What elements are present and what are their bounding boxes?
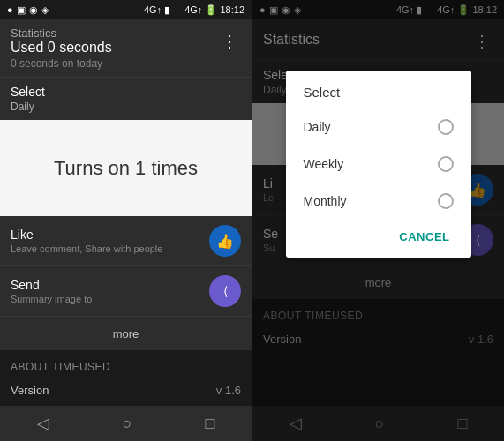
monthly-radio[interactable] bbox=[438, 193, 454, 209]
share-icon: ⟨ bbox=[223, 284, 228, 298]
select-row-left[interactable]: Select Daily bbox=[0, 77, 252, 120]
select-label: Select bbox=[11, 85, 241, 99]
signal-icon: — bbox=[132, 4, 141, 15]
status-icon-2: ▣ bbox=[17, 4, 26, 16]
status-right: — 4G↑ ▮ — 4G↑ 🔋 18:12 bbox=[132, 4, 244, 16]
send-subtitle: Summary image to bbox=[11, 294, 92, 304]
weekly-label: Weekly bbox=[304, 157, 344, 171]
recents-button[interactable]: □ bbox=[206, 415, 215, 433]
dialog-title: Select bbox=[286, 71, 471, 108]
version-row: Version v 1.6 bbox=[11, 380, 241, 400]
dialog-actions: CANCEL bbox=[286, 220, 471, 258]
select-dialog: Select Daily Weekly Monthly CANCEL bbox=[286, 71, 471, 258]
right-screen: ● ▣ ◉ ◈ — 4G↑ ▮ — 4G↑ 🔋 18:12 Statistics… bbox=[252, 0, 504, 441]
like-text: Like Leave comment, Share with people bbox=[11, 228, 162, 254]
app-bar-left: Statistics Used 0 seconds 0 seconds on t… bbox=[0, 19, 252, 77]
left-screen: ● ▣ ◉ ◈ — 4G↑ ▮ — 4G↑ 🔋 18:12 Statistics… bbox=[0, 0, 252, 441]
main-content-left: Turns on 1 times bbox=[0, 120, 252, 216]
daily-radio[interactable] bbox=[438, 119, 454, 135]
time-display: — 4G↑ 🔋 18:12 bbox=[172, 4, 244, 16]
app-bar-sub-text: 0 seconds on today bbox=[11, 57, 112, 70]
battery-icon: ▮ bbox=[164, 4, 169, 16]
about-title: ABOUT TIMEUSED bbox=[11, 361, 241, 373]
daily-label: Daily bbox=[304, 120, 331, 134]
send-icon-button[interactable]: ⟨ bbox=[209, 275, 241, 307]
status-icons-left: ● ▣ ◉ ◈ bbox=[7, 4, 49, 16]
status-icon-3: ◉ bbox=[29, 4, 38, 16]
like-row[interactable]: Like Leave comment, Share with people 👍 bbox=[0, 216, 252, 266]
app-bar-main-text: Used 0 seconds bbox=[11, 40, 112, 56]
more-row[interactable]: more bbox=[0, 317, 252, 350]
app-bar-content: Statistics Used 0 seconds 0 seconds on t… bbox=[11, 26, 112, 70]
like-subtitle: Leave comment, Share with people bbox=[11, 243, 162, 254]
about-section-left: ABOUT TIMEUSED Version v 1.6 bbox=[0, 350, 252, 406]
like-title: Like bbox=[11, 228, 162, 242]
send-text: Send Summary image to bbox=[11, 278, 92, 304]
overflow-menu-button[interactable]: ⋮ bbox=[218, 30, 241, 53]
dialog-overlay: Select Daily Weekly Monthly CANCEL bbox=[252, 0, 504, 441]
back-button[interactable]: ◁ bbox=[37, 414, 49, 433]
status-icon-1: ● bbox=[7, 4, 13, 15]
app-bar-title: Statistics bbox=[11, 26, 112, 40]
select-value: Daily bbox=[11, 101, 241, 113]
version-value: v 1.6 bbox=[216, 384, 241, 397]
weekly-radio[interactable] bbox=[438, 156, 454, 172]
dialog-option-daily[interactable]: Daily bbox=[286, 108, 471, 146]
nav-bar-left: ◁ ○ □ bbox=[0, 406, 252, 441]
home-button[interactable]: ○ bbox=[123, 415, 132, 433]
like-icon: 👍 bbox=[216, 233, 234, 250]
turns-text: Turns on 1 times bbox=[54, 157, 198, 180]
status-bar-left: ● ▣ ◉ ◈ — 4G↑ ▮ — 4G↑ 🔋 18:12 bbox=[0, 0, 252, 19]
dialog-option-monthly[interactable]: Monthly bbox=[286, 183, 471, 220]
more-label: more bbox=[113, 327, 139, 340]
send-row[interactable]: Send Summary image to ⟨ bbox=[0, 266, 252, 317]
location-icon: ◈ bbox=[41, 4, 49, 16]
network-icon: 4G↑ bbox=[144, 4, 162, 15]
like-icon-button[interactable]: 👍 bbox=[209, 225, 241, 257]
cancel-button[interactable]: CANCEL bbox=[392, 227, 456, 247]
send-title: Send bbox=[11, 278, 92, 292]
version-key: Version bbox=[11, 384, 49, 397]
action-section-left: Like Leave comment, Share with people 👍 … bbox=[0, 216, 252, 350]
dialog-option-weekly[interactable]: Weekly bbox=[286, 146, 471, 183]
monthly-label: Monthly bbox=[304, 194, 347, 208]
